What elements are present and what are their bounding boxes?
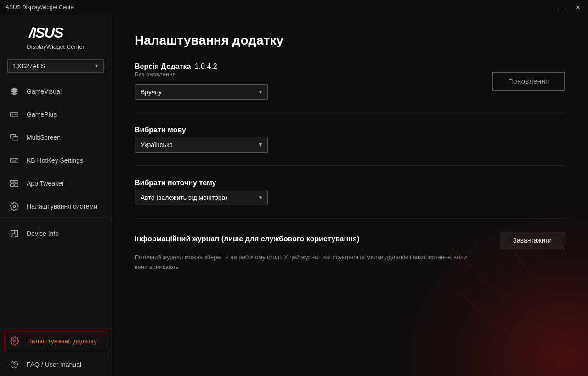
question-icon [9, 359, 19, 370]
log-header-row: Інформаційний журнал (лише для службовог… [135, 232, 565, 249]
theme-title: Вибрати поточну тему [135, 179, 565, 187]
update-dropdown-container: Вручну Автоматично ▼ [135, 84, 268, 100]
sidebar-item-apptweaker[interactable]: App Tweaker [0, 172, 111, 195]
svg-point-18 [14, 340, 16, 342]
sidebar-item-multiscreen-label: MultiScreen [27, 134, 61, 141]
log-title: Інформаційний журнал (лише для службовог… [135, 235, 359, 243]
svg-rect-12 [15, 180, 18, 183]
svg-rect-4 [13, 137, 18, 140]
background-lines [381, 201, 588, 376]
theme-section: Вибрати поточну тему Авто (залежить від … [135, 179, 565, 219]
gamevisual-icon [9, 86, 19, 97]
sidebar-item-gameplus-label: GamePlus [27, 111, 57, 118]
sidebar-item-kbhotkey[interactable]: KB HotKey Settings [0, 149, 111, 172]
sidebar-logo-area: /ISUS DisplayWidget Center [0, 15, 111, 56]
svg-line-27 [473, 307, 556, 376]
log-description: Поточний журнал можна зберегти на робочо… [135, 253, 479, 272]
sidebar-item-gamevisual-label: GameVisual [27, 88, 62, 95]
version-subtitle: Без оновлення [135, 71, 268, 78]
sidebar-item-faq[interactable]: FAQ / User manual [0, 353, 111, 376]
multiscreen-icon [9, 132, 19, 142]
sidebar-item-deviceinfo[interactable]: Device Info [0, 222, 111, 245]
sidebar-item-appsettings-label: Налаштування додатку [27, 337, 97, 345]
sidebar-item-faq-label: FAQ / User manual [27, 361, 81, 368]
sidebar-item-kbhotkey-label: KB HotKey Settings [27, 157, 83, 164]
version-row: Версія Додатка 1.0.4.2 Без оновлення Вру… [135, 63, 565, 100]
systemsettings-icon [9, 201, 19, 211]
gear-icon [10, 336, 20, 346]
theme-dropdown-container: Авто (залежить від монітора) Світла Темн… [135, 190, 268, 205]
svg-rect-15 [11, 230, 15, 234]
sidebar-item-gameplus[interactable]: GamePlus [0, 103, 111, 126]
sidebar-item-systemsettings[interactable]: Налаштування системи [0, 195, 111, 218]
apptweaker-icon [9, 178, 19, 188]
sidebar-item-multiscreen[interactable]: MultiScreen [0, 126, 111, 149]
download-log-button[interactable]: Завантажити [500, 232, 565, 249]
device-dropdown[interactable]: 1.XG27ACS ▼ [7, 59, 104, 73]
device-dropdown-value: 1.XG27ACS [12, 63, 45, 69]
page-title: Налаштування додатку [135, 33, 565, 48]
log-section: Інформаційний журнал (лише для службовог… [135, 232, 565, 285]
renewal-button[interactable]: Поновлення [492, 72, 565, 91]
gameplus-icon [9, 109, 19, 120]
minimize-button[interactable]: — [556, 3, 566, 11]
sidebar-brand-label: DisplayWidget Center [27, 43, 85, 50]
svg-point-2 [12, 114, 13, 115]
title-bar: ASUS DisplayWidget Center — ✕ [0, 0, 588, 15]
svg-rect-13 [11, 184, 14, 187]
sidebar-item-appsettings[interactable]: Налаштування додатку [4, 331, 107, 351]
nav-section: GameVisual GamePlus MultiScreen [0, 80, 111, 329]
svg-point-20 [14, 366, 14, 367]
version-number: 1.0.4.2 [195, 63, 217, 70]
main-content: Налаштування додатку Версія Додатка 1.0.… [112, 15, 588, 376]
language-dropdown-container: Українська English Deutsch Français ▼ [135, 137, 268, 153]
keyboard-icon [9, 155, 19, 165]
close-button[interactable]: ✕ [573, 3, 582, 11]
app-title: ASUS DisplayWidget Center [6, 4, 556, 11]
svg-rect-1 [11, 112, 18, 117]
nav-divider [0, 220, 111, 220]
svg-rect-5 [11, 158, 18, 163]
chevron-down-icon: ▼ [94, 63, 99, 68]
version-section: Версія Додатка 1.0.4.2 Без оновлення Вру… [135, 63, 565, 113]
deviceinfo-icon [9, 228, 19, 239]
language-section: Вибрати мову Українська English Deutsch … [135, 126, 565, 166]
svg-text:/ISUS: /ISUS [28, 24, 64, 40]
sidebar-item-gamevisual[interactable]: GameVisual [0, 80, 111, 103]
svg-rect-17 [15, 230, 18, 236]
language-title: Вибрати мову [135, 126, 565, 134]
svg-line-26 [459, 293, 565, 376]
sidebar-item-systemsettings-label: Налаштування системи [27, 203, 97, 210]
sidebar-item-deviceinfo-label: Device Info [27, 230, 59, 237]
svg-rect-16 [11, 234, 12, 237]
asus-logo-icon: /ISUS [28, 24, 83, 40]
title-bar-controls: — ✕ [556, 3, 582, 11]
svg-rect-11 [11, 180, 14, 183]
svg-rect-14 [15, 184, 18, 187]
update-dropdown[interactable]: Вручну Автоматично [135, 84, 268, 100]
sidebar-footer: Налаштування додатку FAQ / User manual [0, 329, 111, 376]
version-label: Версія Додатка [135, 63, 191, 70]
sidebar-item-apptweaker-label: App Tweaker [27, 180, 64, 187]
sidebar: /ISUS DisplayWidget Center 1.XG27ACS ▼ G… [0, 15, 112, 376]
language-dropdown[interactable]: Українська English Deutsch Français [135, 137, 268, 153]
theme-dropdown[interactable]: Авто (залежить від монітора) Світла Темн… [135, 190, 268, 205]
